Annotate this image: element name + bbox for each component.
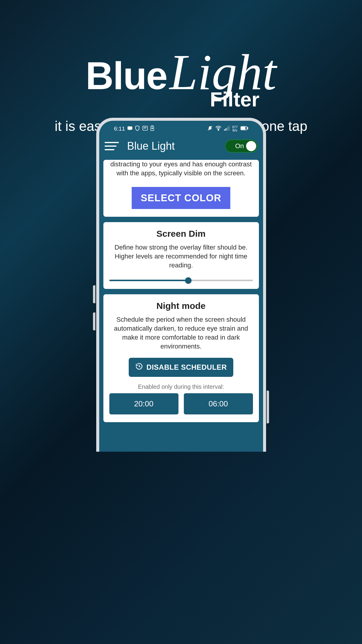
svg-rect-10 — [229, 126, 229, 131]
status-bar: 6:11 977 — [99, 124, 263, 134]
phone-frame: 6:11 977 — [96, 118, 266, 452]
night-card: Night mode Schedule the period when the … — [103, 294, 259, 422]
phone-volume-down-button — [93, 312, 95, 330]
svg-rect-4 — [209, 129, 211, 130]
promo-header: Blue Light Filter it is easy to turn on … — [0, 0, 362, 134]
app-bar: Blue Light On — [99, 134, 263, 160]
mute-icon — [207, 126, 213, 132]
status-left: 6:11 — [114, 126, 154, 132]
signal-icon — [224, 126, 229, 132]
message-icon — [128, 126, 132, 132]
interval-label: Enabled only during this interval: — [109, 383, 253, 390]
start-time-button[interactable]: 20:00 — [109, 393, 178, 414]
color-card-desc: distracting to your eyes and has enough … — [109, 160, 253, 177]
time-row: 20:00 06:00 — [109, 393, 253, 414]
status-speed-unit: B/s — [232, 129, 237, 132]
phone-volume-up-button — [93, 285, 95, 303]
select-color-button[interactable]: SELECT COLOR — [132, 187, 230, 209]
cast-icon — [142, 126, 148, 132]
status-speed: 977 B/s — [232, 126, 237, 132]
battery-saver-icon — [150, 126, 154, 132]
svg-rect-8 — [226, 128, 226, 131]
phone-power-button — [267, 391, 269, 423]
dim-slider-fill — [109, 280, 188, 281]
svg-rect-9 — [227, 127, 228, 131]
color-card: distracting to your eyes and has enough … — [103, 160, 259, 217]
history-icon — [135, 363, 143, 372]
night-card-desc: Schedule the period when the screen shou… — [109, 315, 253, 351]
dim-card-title: Screen Dim — [109, 229, 253, 239]
svg-rect-12 — [247, 127, 248, 129]
main-toggle[interactable]: On — [225, 140, 258, 153]
toggle-label: On — [235, 142, 244, 150]
dim-slider[interactable] — [109, 280, 253, 281]
toggle-knob — [246, 141, 256, 151]
svg-rect-0 — [128, 126, 132, 130]
menu-icon[interactable] — [105, 142, 119, 150]
svg-point-6 — [218, 129, 219, 130]
content-area[interactable]: distracting to your eyes and has enough … — [99, 160, 263, 422]
shield-icon — [135, 126, 140, 132]
svg-rect-13 — [241, 127, 245, 129]
dim-card: Screen Dim Define how strong the overlay… — [103, 222, 259, 289]
status-right: 977 B/s — [207, 126, 248, 132]
status-time: 6:11 — [114, 126, 125, 132]
promo-word-blue: Blue — [86, 53, 167, 98]
svg-rect-3 — [152, 126, 153, 126]
battery-icon — [240, 126, 248, 132]
disable-scheduler-label: DISABLE SCHEDULER — [147, 363, 227, 371]
disable-scheduler-button[interactable]: DISABLE SCHEDULER — [129, 358, 234, 377]
end-time-button[interactable]: 06:00 — [184, 393, 253, 414]
wifi-icon — [215, 126, 221, 132]
dim-slider-thumb[interactable] — [185, 277, 192, 284]
app-title: Blue Light — [127, 140, 217, 152]
dim-card-desc: Define how strong the overlay filter sho… — [109, 243, 253, 270]
night-card-title: Night mode — [109, 301, 253, 311]
svg-rect-7 — [224, 129, 225, 131]
